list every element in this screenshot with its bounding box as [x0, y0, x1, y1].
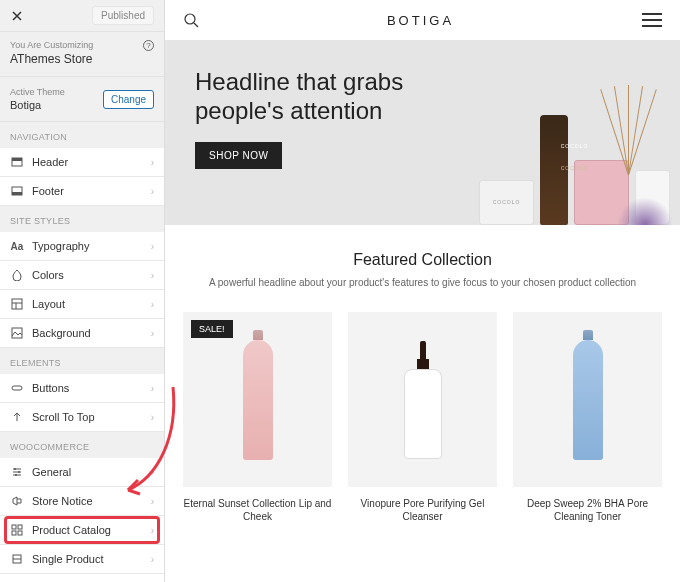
footer-icon [10, 184, 24, 198]
menu-item-background[interactable]: Background › [0, 319, 164, 348]
product-bottle [243, 340, 273, 460]
customizer-sidebar: Published You Are Customizing AThemes St… [0, 0, 165, 582]
hero-lavender-decor [610, 195, 680, 225]
chevron-right-icon: › [151, 496, 154, 507]
colors-icon [10, 268, 24, 282]
featured-title: Featured Collection [183, 251, 662, 269]
featured-section: Featured Collection A powerful headline … [165, 225, 680, 298]
preview-frame: BOTIGA Headline that grabs people's atte… [165, 0, 680, 582]
product-image [513, 312, 662, 487]
menu-item-label: Product Catalog [32, 524, 111, 536]
menu-item-checkout[interactable]: Checkout › [0, 574, 164, 582]
chevron-right-icon: › [151, 383, 154, 394]
hero-section: Headline that grabs people's attention S… [165, 40, 680, 225]
product-catalog-icon [10, 523, 24, 537]
menu-item-single-product[interactable]: Single Product › [0, 545, 164, 574]
general-icon [10, 465, 24, 479]
svg-point-14 [15, 474, 17, 476]
section-heading-navigation: NAVIGATION [0, 122, 164, 148]
svg-rect-1 [12, 158, 22, 161]
svg-rect-15 [12, 525, 16, 529]
context-title: AThemes Store [10, 52, 154, 66]
preview-header: BOTIGA [165, 0, 680, 40]
product-label: COCOLO [493, 199, 521, 205]
hamburger-menu-icon[interactable] [642, 13, 662, 27]
svg-rect-16 [18, 525, 22, 529]
chevron-right-icon: › [151, 412, 154, 423]
chevron-right-icon: › [151, 467, 154, 478]
product-card[interactable]: Deep Sweep 2% BHA Pore Cleaning Toner [513, 312, 662, 523]
menu-item-header[interactable]: Header › [0, 148, 164, 177]
menu-item-label: General [32, 466, 71, 478]
shop-now-button[interactable]: SHOP NOW [195, 142, 282, 169]
section-heading-woocommerce: WOOCOMMERCE [0, 432, 164, 458]
featured-subtitle: A powerful headline about your product's… [183, 277, 662, 288]
product-title: Vinopure Pore Purifying Gel Cleanser [348, 497, 497, 523]
svg-rect-18 [18, 531, 22, 535]
close-icon[interactable] [10, 9, 24, 23]
chevron-right-icon: › [151, 554, 154, 565]
product-card[interactable]: SALE! Eternal Sunset Collection Lip and … [183, 312, 332, 523]
product-card[interactable]: Vinopure Pore Purifying Gel Cleanser [348, 312, 497, 523]
context-panel: You Are Customizing AThemes Store ? [0, 32, 164, 77]
menu-item-product-catalog[interactable]: Product Catalog › [0, 516, 164, 545]
chevron-right-icon: › [151, 328, 154, 339]
search-icon[interactable] [183, 12, 199, 28]
chevron-right-icon: › [151, 186, 154, 197]
svg-point-13 [18, 471, 20, 473]
product-label: COCOLO [561, 143, 589, 149]
section-heading-elements: ELEMENTS [0, 348, 164, 374]
svg-rect-3 [12, 192, 22, 195]
product-label: COCOLO [561, 165, 589, 171]
layout-icon [10, 297, 24, 311]
product-bottle [404, 341, 442, 459]
chevron-right-icon: › [151, 525, 154, 536]
menu-item-label: Typography [32, 240, 89, 252]
menu-item-colors[interactable]: Colors › [0, 261, 164, 290]
context-label: You Are Customizing [10, 40, 154, 50]
svg-rect-17 [12, 531, 16, 535]
sidebar-menu-scroll: NAVIGATION Header › Footer › SITE STYLES… [0, 122, 164, 582]
hero-headline-1: Headline that grabs [195, 68, 650, 97]
menu-item-label: Colors [32, 269, 64, 281]
product-image: SALE! [183, 312, 332, 487]
menu-item-footer[interactable]: Footer › [0, 177, 164, 206]
chevron-right-icon: › [151, 157, 154, 168]
menu-item-label: Header [32, 156, 68, 168]
store-notice-icon [10, 494, 24, 508]
brand-logo[interactable]: BOTIGA [387, 13, 454, 28]
svg-point-12 [14, 468, 16, 470]
active-theme-label: Active Theme [10, 87, 65, 97]
menu-item-label: Buttons [32, 382, 69, 394]
menu-item-label: Layout [32, 298, 65, 310]
svg-rect-4 [12, 299, 22, 309]
sale-badge: SALE! [191, 320, 233, 338]
menu-item-store-notice[interactable]: Store Notice › [0, 487, 164, 516]
menu-item-scroll-to-top[interactable]: Scroll To Top › [0, 403, 164, 432]
header-icon [10, 155, 24, 169]
chevron-right-icon: › [151, 299, 154, 310]
help-icon[interactable]: ? [143, 40, 154, 51]
menu-item-layout[interactable]: Layout › [0, 290, 164, 319]
menu-item-typography[interactable]: Aa Typography › [0, 232, 164, 261]
hero-product-bottle: COCOLO [540, 115, 568, 225]
svg-line-27 [194, 23, 198, 27]
product-image [348, 312, 497, 487]
chevron-right-icon: › [151, 241, 154, 252]
menu-item-general[interactable]: General › [0, 458, 164, 487]
menu-item-label: Background [32, 327, 91, 339]
active-theme-name: Botiga [10, 99, 65, 111]
menu-item-buttons[interactable]: Buttons › [0, 374, 164, 403]
single-product-icon [10, 552, 24, 566]
product-grid: SALE! Eternal Sunset Collection Lip and … [165, 298, 680, 537]
svg-point-26 [185, 14, 195, 24]
published-button[interactable]: Published [92, 6, 154, 25]
hero-product-jar: COCOLO [479, 180, 534, 225]
sidebar-top-bar: Published [0, 0, 164, 32]
menu-item-label: Store Notice [32, 495, 93, 507]
scroll-to-top-icon [10, 410, 24, 424]
menu-item-label: Footer [32, 185, 64, 197]
change-theme-button[interactable]: Change [103, 90, 154, 109]
diffuser-sticks [608, 85, 648, 175]
background-icon [10, 326, 24, 340]
